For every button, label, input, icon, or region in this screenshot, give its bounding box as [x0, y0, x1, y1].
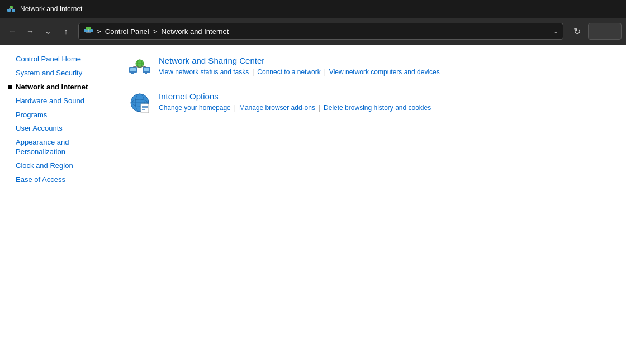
- back-button[interactable]: ←: [4, 23, 20, 39]
- internet-options-links: Change your homepage | Manage browser ad…: [159, 104, 431, 112]
- svg-rect-16: [144, 68, 149, 71]
- internet-options-title[interactable]: Internet Options: [159, 92, 431, 101]
- title-bar: Network and Internet: [0, 0, 626, 18]
- connect-to-network-link[interactable]: Connect to a network: [257, 68, 320, 76]
- sidebar-item-system-and-security[interactable]: System and Security: [8, 66, 117, 80]
- address-chevron[interactable]: ⌄: [553, 28, 558, 35]
- up-button[interactable]: ↑: [58, 23, 74, 39]
- svg-line-21: [133, 66, 137, 67]
- address-bar[interactable]: > Control Panel > Network and Internet ⌄: [78, 23, 563, 40]
- window-title: Network and Internet: [20, 5, 82, 13]
- sidebar-item-control-panel-home[interactable]: Control Panel Home: [8, 52, 117, 66]
- view-network-computers-link[interactable]: View network computers and devices: [329, 68, 440, 76]
- sidebar-item-clock-and-region[interactable]: Clock and Region: [8, 159, 117, 173]
- sidebar-item-network-and-internet[interactable]: Network and Internet: [8, 80, 117, 94]
- sidebar-item-user-accounts[interactable]: User Accounts: [8, 122, 117, 136]
- address-icon: [83, 26, 93, 36]
- svg-rect-0: [7, 9, 11, 12]
- search-box[interactable]: [588, 23, 622, 40]
- network-sharing-center-title[interactable]: Network and Sharing Center: [159, 56, 440, 65]
- view-network-status-link[interactable]: View network status and tasks: [159, 68, 249, 76]
- refresh-button[interactable]: ↻: [568, 22, 586, 40]
- toolbar: ← → ⌄ ↑ > Control Panel > Network and In…: [0, 18, 626, 45]
- svg-rect-14: [131, 73, 134, 74]
- forward-button[interactable]: →: [22, 23, 38, 39]
- svg-line-22: [143, 66, 146, 67]
- sidebar-item-hardware-and-sound[interactable]: Hardware and Sound: [8, 94, 117, 108]
- sidebar-item-programs[interactable]: Programs: [8, 108, 117, 122]
- window-icon: [7, 4, 16, 13]
- address-text: > Control Panel > Network and Internet: [97, 27, 550, 36]
- internet-options-section: Internet Options Change your homepage | …: [129, 92, 615, 114]
- svg-rect-2: [10, 6, 13, 8]
- main-container: Control Panel Home System and Security N…: [0, 45, 626, 364]
- change-homepage-link[interactable]: Change your homepage: [159, 104, 231, 112]
- manage-browser-addons-link[interactable]: Manage browser add-ons: [239, 104, 315, 112]
- delete-browsing-history-link[interactable]: Delete browsing history and cookies: [324, 104, 431, 112]
- sidebar-item-ease-of-access[interactable]: Ease of Access: [8, 173, 117, 187]
- dropdown-button[interactable]: ⌄: [40, 23, 56, 39]
- network-sharing-center-icon: [129, 56, 151, 78]
- network-sharing-center-section: Network and Sharing Center View network …: [129, 56, 615, 78]
- internet-options-icon: [129, 92, 151, 114]
- network-sharing-center-content: Network and Sharing Center View network …: [159, 56, 440, 76]
- internet-options-content: Internet Options Change your homepage | …: [159, 92, 431, 112]
- sidebar: Control Panel Home System and Security N…: [0, 45, 117, 364]
- svg-rect-13: [130, 68, 136, 71]
- network-sharing-center-links: View network status and tasks | Connect …: [159, 68, 440, 76]
- svg-rect-29: [141, 104, 149, 113]
- svg-rect-1: [12, 9, 15, 12]
- svg-rect-17: [145, 73, 147, 74]
- sidebar-item-appearance-and-personalization[interactable]: Appearance and Personalization: [8, 136, 117, 159]
- content-area: Network and Sharing Center View network …: [117, 45, 626, 364]
